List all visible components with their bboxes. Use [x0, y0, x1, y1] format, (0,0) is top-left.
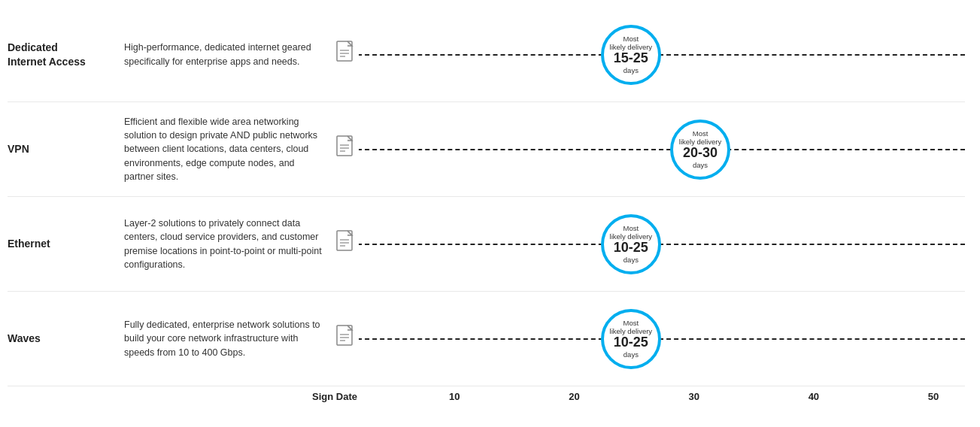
circle-days-vpn: 20-30 [683, 146, 718, 161]
dashed-line-vpn [335, 149, 965, 150]
main-container: Dedicated Internet Access High-performan… [0, 0, 980, 427]
label-waves: Waves [8, 332, 124, 345]
delivery-circle-vpn: Mostlikely delivery 20-30 days [670, 120, 730, 180]
circle-days-text-dia: days [623, 66, 639, 74]
axis-tick-30: 30 [688, 391, 699, 402]
x-axis-row: Sign Date 10 20 30 40 50 [8, 386, 965, 412]
axis-tick-20: 20 [569, 391, 579, 402]
doc-icon-ethernet [335, 230, 359, 259]
label-dia: Dedicated Internet Access [8, 41, 124, 68]
desc-waves: Fully dedicated, enterprise network solu… [124, 318, 335, 359]
row-dia: Dedicated Internet Access High-performan… [8, 8, 965, 102]
doc-icon-dia [335, 41, 359, 69]
circle-days-waves: 10-25 [614, 335, 648, 350]
row-vpn: VPN Efficient and flexible wide area net… [8, 102, 965, 197]
circle-label-vpn: Mostlikely delivery [679, 129, 722, 147]
axis-tick-40: 40 [809, 391, 819, 402]
row-waves: Waves Fully dedicated, enterprise networ… [8, 292, 965, 386]
circle-days-text-vpn: days [693, 161, 708, 169]
circle-label-ethernet: Mostlikely delivery [610, 224, 653, 241]
delivery-circle-waves: Mostlikely delivery 10-25 days [601, 309, 661, 369]
axis-tick-50: 50 [928, 391, 939, 402]
sign-date-label: Sign Date [312, 391, 357, 402]
timeline-ethernet: Mostlikely delivery 10-25 days [335, 218, 965, 271]
circle-label-dia: Mostlikely delivery [610, 35, 653, 52]
timeline-waves: Mostlikely delivery 10-25 days [335, 313, 965, 365]
desc-ethernet: Layer-2 solutions to privately connect d… [124, 217, 335, 271]
circle-days-dia: 15-25 [614, 51, 648, 66]
label-ethernet: Ethernet [8, 237, 124, 250]
axis-tick-10: 10 [449, 391, 460, 402]
delivery-circle-dia: Mostlikely delivery 15-25 days [601, 25, 661, 85]
timeline-dia: Mostlikely delivery 15-25 days [335, 29, 965, 81]
desc-vpn: Efficient and flexible wide area network… [124, 115, 335, 183]
circle-days-text-waves: days [623, 350, 639, 359]
circle-days-ethernet: 10-25 [614, 241, 648, 256]
row-ethernet: Ethernet Layer-2 solutions to privately … [8, 197, 965, 292]
label-vpn: VPN [8, 142, 124, 156]
delivery-circle-ethernet: Mostlikely delivery 10-25 days [601, 214, 661, 274]
doc-icon-waves [335, 325, 359, 353]
axis-numbers-container: Sign Date 10 20 30 40 50 [335, 391, 965, 412]
desc-dia: High-performance, dedicated internet gea… [124, 41, 335, 68]
doc-icon-vpn [335, 135, 359, 164]
chart-area: Dedicated Internet Access High-performan… [8, 8, 965, 412]
timeline-vpn: Mostlikely delivery 20-30 days [335, 123, 965, 176]
circle-days-text-ethernet: days [623, 256, 639, 264]
circle-label-waves: Mostlikely delivery [610, 319, 653, 336]
